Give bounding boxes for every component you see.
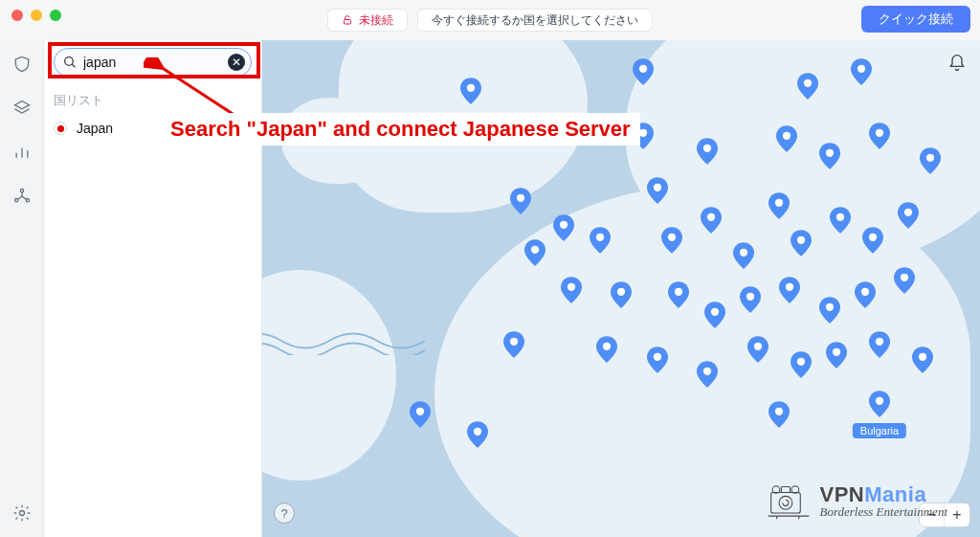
svg-point-32: [675, 288, 682, 296]
map-pin[interactable]: [701, 207, 722, 234]
map-pin[interactable]: [633, 58, 654, 85]
annotation-text: Search "Japan" and connect Japanese Serv…: [161, 113, 640, 145]
map-pin[interactable]: [410, 401, 431, 428]
map-pin[interactable]: [869, 123, 890, 149]
map-pin[interactable]: [467, 421, 488, 448]
svg-point-39: [509, 338, 517, 346]
map-pin[interactable]: [779, 277, 800, 303]
svg-point-3: [26, 199, 29, 202]
window-minimize-dot[interactable]: [31, 10, 42, 21]
svg-point-17: [517, 193, 524, 201]
help-button[interactable]: ?: [274, 503, 295, 524]
map-pin[interactable]: [768, 192, 790, 219]
watermark-tagline: Borderless Entertainment: [820, 505, 947, 519]
window-zoom-dot[interactable]: [50, 10, 61, 21]
svg-point-25: [775, 198, 783, 206]
map-pin[interactable]: [862, 227, 883, 254]
left-icon-rail: [0, 40, 44, 537]
map-pin[interactable]: [747, 336, 768, 363]
notifications-bell-icon[interactable]: [947, 54, 967, 73]
map-pin[interactable]: [668, 281, 689, 308]
map-pin[interactable]: [697, 361, 718, 388]
map-pin-labeled[interactable]: [869, 391, 890, 417]
svg-point-1: [20, 190, 23, 192]
svg-point-27: [836, 213, 844, 221]
svg-point-8: [638, 64, 646, 72]
svg-point-34: [746, 293, 754, 301]
map-pin[interactable]: [733, 242, 754, 269]
watermark: VPNMania Borderless Entertainment: [767, 481, 947, 520]
map-pin[interactable]: [894, 267, 915, 294]
map-pin[interactable]: [819, 297, 840, 324]
map-pin[interactable]: [826, 342, 847, 369]
connection-status-pill: 未接続: [327, 9, 408, 32]
map-pin[interactable]: [553, 214, 574, 241]
map-pin[interactable]: [590, 227, 611, 254]
svg-point-26: [796, 235, 804, 243]
search-input[interactable]: [54, 48, 252, 77]
map-pin[interactable]: [851, 58, 872, 85]
svg-point-49: [474, 427, 481, 435]
svg-point-45: [833, 347, 840, 355]
map-pin[interactable]: [611, 281, 632, 308]
map-pin[interactable]: [912, 347, 933, 373]
svg-point-36: [825, 302, 833, 310]
rail-layers-icon[interactable]: [11, 98, 33, 119]
svg-point-50: [775, 407, 783, 414]
svg-point-51: [876, 397, 883, 405]
svg-point-4: [19, 511, 24, 516]
rail-settings-icon[interactable]: [11, 503, 33, 524]
map-pin[interactable]: [596, 336, 617, 363]
svg-point-35: [786, 283, 793, 291]
quick-connect-button[interactable]: クイック接続: [861, 6, 970, 33]
rail-node-icon[interactable]: [11, 186, 33, 207]
map-pin[interactable]: [819, 143, 840, 169]
map-pin[interactable]: [647, 347, 668, 373]
map-pin[interactable]: [460, 78, 481, 104]
window-close-dot[interactable]: [11, 10, 23, 21]
map-pin[interactable]: [791, 351, 812, 378]
svg-point-23: [707, 213, 715, 221]
svg-point-12: [703, 144, 711, 151]
flag-japan-icon: [54, 122, 67, 135]
clear-search-button[interactable]: ✕: [228, 54, 245, 71]
map-pin[interactable]: [830, 207, 851, 234]
connection-prompt: 今すぐ接続するか国を選択してください: [417, 9, 653, 32]
svg-point-31: [617, 288, 625, 296]
svg-point-10: [858, 64, 865, 72]
watermark-brand: VPNMania: [820, 483, 947, 505]
map-pin[interactable]: [920, 147, 941, 174]
svg-point-7: [466, 84, 474, 92]
svg-point-9: [804, 79, 812, 87]
svg-point-48: [416, 407, 424, 414]
svg-point-43: [753, 343, 761, 350]
map-pin[interactable]: [768, 401, 790, 428]
map-pin[interactable]: [791, 230, 812, 257]
map-pin[interactable]: [869, 331, 890, 358]
svg-point-19: [531, 246, 539, 254]
map-pin[interactable]: [740, 286, 761, 313]
map-pin[interactable]: [503, 331, 524, 358]
map-pin[interactable]: [510, 188, 531, 214]
map-pin[interactable]: [697, 138, 718, 165]
map-pin[interactable]: [776, 125, 797, 152]
map-pin[interactable]: [561, 277, 582, 303]
svg-point-30: [567, 283, 574, 291]
map-pin[interactable]: [647, 177, 668, 204]
map-pin[interactable]: [661, 227, 682, 254]
watermark-camera-icon: [767, 481, 811, 520]
map-pin[interactable]: [704, 302, 725, 328]
map-pin[interactable]: [855, 281, 876, 308]
rail-shield-icon[interactable]: [11, 54, 33, 75]
zoom-in-button[interactable]: +: [945, 503, 969, 526]
svg-point-37: [861, 288, 869, 296]
map-pin-tooltip: Bulgaria: [853, 423, 906, 438]
search-wrap: ✕: [54, 48, 252, 77]
svg-point-41: [653, 352, 660, 360]
map-pin[interactable]: [898, 202, 919, 229]
rail-stats-icon[interactable]: [11, 142, 33, 163]
svg-point-28: [868, 234, 876, 241]
map-pin[interactable]: [797, 73, 818, 100]
topbar: 未接続 今すぐ接続するか国を選択してください: [0, 6, 980, 34]
map-pin[interactable]: [524, 239, 546, 266]
